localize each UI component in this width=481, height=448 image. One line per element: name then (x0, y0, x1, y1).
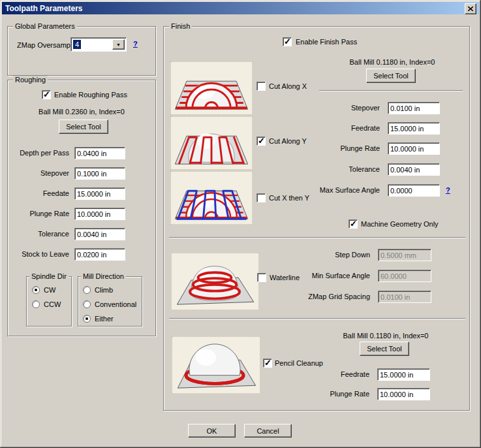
waterline-checkbox[interactable] (257, 273, 266, 282)
finish-tolerance-label: Tolerance (294, 163, 380, 176)
roughing-feedrate-label: Feedate (12, 187, 69, 200)
roughing-tool-info: Ball Mill 0.2360 in, Index=0 (8, 106, 155, 118)
zmap-oversampling-combobox[interactable]: 4 ▼ (70, 37, 127, 52)
radio-ccw[interactable] (32, 300, 40, 308)
roughing-select-tool-button[interactable]: Select Tool (59, 120, 108, 134)
dropdown-arrow-icon: ▼ (116, 42, 121, 47)
radio-cw[interactable] (32, 286, 40, 294)
radio-either-label: Either (95, 314, 114, 323)
finish-plunge-rate-label: Plunge Rate (294, 142, 380, 155)
radio-conventional[interactable] (83, 300, 91, 308)
ok-button[interactable]: OK (188, 424, 236, 438)
titlebar[interactable]: Toolpath Parameters (2, 2, 479, 14)
finish-stepover-label: Stepover (294, 102, 380, 114)
pencil-select-tool-button[interactable]: Select Tool (360, 342, 409, 356)
step-down-input (378, 249, 431, 261)
min-surface-angle-label: Min Surface Angle (268, 270, 370, 282)
enable-finish-checkbox[interactable] (283, 37, 292, 46)
roughing-tolerance-label: Tolerance (12, 228, 69, 240)
zmap-grid-spacing-label: ZMap Grid Spacing (268, 291, 370, 303)
enable-roughing-label: Enable Roughing Pass (54, 90, 127, 99)
radio-either[interactable] (83, 315, 91, 323)
stock-to-leave-input[interactable] (74, 248, 125, 261)
waterline-preview (171, 253, 259, 310)
radio-ccw-label: CCW (44, 300, 61, 309)
window-title: Toolpath Parameters (2, 4, 82, 13)
pencil-section-separator (169, 318, 465, 319)
max-surface-angle-help-link[interactable]: ? (446, 185, 450, 195)
finish-plunge-rate-input[interactable] (388, 142, 440, 155)
finish-tolerance-input[interactable] (388, 163, 440, 176)
pencil-plunge-rate-label: Plunge Rate (278, 388, 369, 400)
finish-group: Finish Enable Finish Pass Ball Mill 0.11… (163, 26, 470, 411)
toolpath-parameters-dialog: Toolpath Parameters Global Parameters ZM… (0, 0, 481, 448)
cut-x-then-y-preview (170, 171, 253, 225)
max-surface-angle-input[interactable] (388, 184, 440, 197)
zmap-help-link[interactable]: ? (133, 39, 138, 49)
roughing-plunge-rate-label: Plunge Rate (12, 208, 69, 220)
cut-along-x-label: Cut Along X (269, 82, 307, 91)
roughing-stepover-input[interactable] (74, 167, 125, 180)
mill-direction-group: Mill Direction Climb Conventional Either (78, 276, 142, 327)
pencil-cleanup-checkbox[interactable] (263, 359, 272, 368)
roughing-group-label: Roughing (13, 76, 48, 84)
global-parameters-group: Global Parameters ZMap Oversampling 4 ▼ … (7, 26, 156, 76)
spindle-dir-group-label: Spindle Dir (29, 272, 69, 281)
min-surface-angle-input (378, 270, 431, 282)
depth-per-pass-input[interactable] (74, 147, 125, 159)
pencil-cleanup-preview (172, 336, 260, 394)
roughing-stepover-label: Stepover (12, 167, 69, 180)
cut-x-then-y-checkbox[interactable] (256, 193, 266, 202)
radio-cw-label: CW (44, 285, 55, 295)
enable-finish-label: Enable Finish Pass (296, 37, 357, 46)
max-surface-angle-label: Max Surface Angle (294, 184, 380, 197)
cut-along-x-checkbox[interactable] (256, 82, 266, 91)
spindle-dir-group: Spindle Dir CW CCW (26, 276, 72, 327)
roughing-tolerance-input[interactable] (74, 228, 125, 240)
cut-along-y-preview (170, 116, 253, 170)
radio-climb[interactable] (83, 286, 91, 294)
close-icon (468, 7, 473, 11)
combobox-dropdown-button[interactable]: ▼ (112, 39, 125, 50)
zmap-grid-spacing-input (378, 291, 431, 303)
pencil-plunge-rate-input[interactable] (377, 388, 430, 400)
pencil-feedrate-input[interactable] (377, 368, 430, 381)
finish-select-tool-button[interactable]: Select Tool (366, 69, 416, 83)
radio-conventional-label: Conventional (95, 300, 136, 309)
pencil-cleanup-label: Pencil Cleanup (275, 359, 323, 368)
cancel-button[interactable]: Cancel (244, 424, 292, 438)
pencil-feedrate-label: Feedrate (278, 368, 369, 381)
stock-to-leave-label: Stock to Leave (12, 248, 69, 261)
cut-along-x-preview (170, 61, 253, 115)
machine-geometry-only-checkbox[interactable] (349, 219, 358, 229)
combobox-selected-value: 4 (73, 40, 81, 49)
machine-geometry-only-label: Machine Geometry Only (361, 219, 439, 229)
close-button[interactable] (465, 3, 476, 14)
tool-separator (319, 90, 463, 91)
roughing-feedrate-input[interactable] (74, 187, 125, 200)
finish-feedrate-input[interactable] (388, 122, 440, 135)
finish-tool-info: Ball Mill 0.1180 in, Index=0 (320, 56, 464, 69)
step-down-label: Step Down (268, 249, 370, 261)
finish-group-label: Finish (169, 22, 192, 31)
enable-roughing-checkbox[interactable] (42, 90, 51, 99)
pencil-tool-info: Ball Mill 0.1180 in, Index=0 (314, 330, 458, 342)
waterline-section-separator (169, 237, 465, 238)
mill-direction-group-label: Mill Direction (81, 272, 126, 281)
roughing-plunge-rate-input[interactable] (74, 208, 125, 220)
radio-climb-label: Climb (95, 285, 113, 295)
cut-along-y-checkbox[interactable] (256, 136, 266, 146)
global-parameters-group-label: Global Parameters (13, 22, 77, 31)
roughing-group: Roughing Enable Roughing Pass Ball Mill … (7, 80, 156, 336)
finish-stepover-input[interactable] (388, 102, 440, 114)
depth-per-pass-label: Depth per Pass (12, 147, 69, 159)
finish-feedrate-label: Feedrate (294, 122, 380, 135)
